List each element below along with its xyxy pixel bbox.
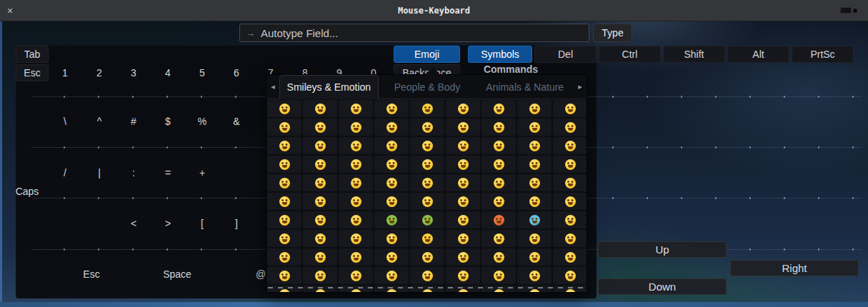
emoji-cell[interactable] — [553, 248, 587, 266]
type-button[interactable]: Type — [593, 24, 632, 42]
key-symbol[interactable]: | — [82, 164, 116, 181]
key-number[interactable]: 3 — [116, 64, 151, 81]
emoji-cell[interactable] — [446, 174, 480, 191]
key-symbol[interactable]: # — [116, 113, 151, 130]
emoji-category-tab[interactable]: Animals & Nature — [476, 75, 574, 99]
emoji-category-tab[interactable]: Smileys & Emotion — [279, 75, 379, 99]
emoji-cell[interactable] — [267, 100, 301, 117]
key-symbol[interactable]: : — [116, 164, 151, 181]
emoji-cell[interactable] — [267, 248, 301, 266]
emoji-cell[interactable] — [410, 156, 444, 173]
emoji-cell[interactable] — [267, 174, 301, 191]
emoji-cell[interactable] — [374, 248, 409, 266]
emoji-cell[interactable] — [446, 193, 480, 210]
emoji-cell[interactable] — [446, 267, 480, 284]
emoji-cell[interactable] — [339, 137, 373, 154]
emoji-cell[interactable] — [410, 267, 444, 284]
emoji-cell[interactable] — [553, 156, 587, 173]
key-space[interactable]: Space — [116, 266, 238, 283]
down-button[interactable]: Down — [598, 278, 727, 295]
emoji-cell[interactable] — [267, 211, 301, 228]
key-caps[interactable]: Caps — [7, 183, 47, 200]
emoji-cell[interactable] — [553, 100, 587, 117]
emoji-cell[interactable] — [517, 211, 552, 228]
emoji-cell[interactable] — [517, 174, 552, 191]
key-tab[interactable]: Tab — [16, 46, 49, 63]
emoji-cell[interactable] — [374, 119, 409, 136]
key-symbol[interactable]: = — [151, 164, 185, 181]
emoji-cell[interactable] — [267, 156, 301, 173]
emoji-cell[interactable] — [446, 137, 480, 154]
key-esc[interactable]: Esc — [16, 64, 49, 81]
emoji-cell[interactable] — [267, 267, 301, 284]
key-command[interactable]: Del — [534, 46, 597, 63]
emoji-cell[interactable] — [303, 100, 337, 117]
right-button[interactable]: Right — [730, 260, 859, 276]
emoji-cell[interactable] — [303, 248, 337, 266]
emoji-cell[interactable] — [303, 174, 337, 191]
key-symbol[interactable]: ^ — [82, 113, 116, 130]
key-number[interactable]: 2 — [82, 64, 116, 81]
key-symbol[interactable]: $ — [151, 113, 185, 130]
emoji-cell[interactable] — [303, 119, 337, 136]
emoji-cell[interactable] — [553, 137, 587, 154]
key-number[interactable]: 6 — [219, 64, 254, 81]
up-button[interactable]: Up — [598, 241, 727, 258]
emoji-cell[interactable] — [517, 230, 552, 247]
emoji-cell[interactable] — [303, 193, 337, 210]
emoji-cell[interactable] — [410, 100, 444, 117]
key-symbol[interactable]: \ — [48, 113, 82, 130]
emoji-cell[interactable] — [267, 119, 301, 136]
emoji-cell[interactable] — [517, 156, 552, 173]
emoji-cell[interactable] — [482, 119, 516, 136]
emoji-cell[interactable] — [482, 156, 516, 173]
emoji-cell[interactable] — [482, 100, 516, 117]
emoji-cell[interactable] — [339, 119, 373, 136]
emoji-cell[interactable] — [339, 193, 373, 210]
emoji-cell[interactable] — [374, 174, 409, 191]
emoji-cell[interactable] — [267, 230, 301, 247]
emoji-cell[interactable] — [482, 248, 516, 266]
emoji-cell[interactable] — [410, 137, 444, 154]
emoji-cell[interactable] — [267, 193, 301, 210]
emoji-cell[interactable] — [339, 174, 373, 191]
key-symbol[interactable]: ] — [219, 215, 254, 232]
emoji-cell[interactable] — [339, 211, 373, 228]
emoji-cell[interactable] — [339, 100, 373, 117]
emoji-cell[interactable] — [410, 211, 444, 228]
emoji-cell[interactable] — [303, 137, 337, 154]
emoji-cell[interactable] — [339, 248, 373, 266]
autotype-input[interactable] — [261, 27, 583, 39]
emoji-cell[interactable] — [553, 267, 587, 284]
emoji-cell[interactable] — [374, 137, 409, 154]
key-symbol[interactable]: % — [185, 113, 219, 130]
emoji-cell[interactable] — [410, 230, 444, 247]
emoji-cell[interactable] — [303, 267, 337, 284]
emoji-cell[interactable] — [517, 248, 552, 266]
emoji-cell[interactable] — [482, 211, 516, 228]
emoji-cell[interactable] — [446, 156, 480, 173]
emoji-cell[interactable] — [339, 267, 373, 284]
emoji-cell[interactable] — [303, 230, 337, 247]
emoji-cell[interactable] — [410, 248, 444, 266]
emoji-cell[interactable] — [374, 193, 409, 210]
emoji-cell[interactable] — [482, 137, 516, 154]
emoji-cell[interactable] — [339, 156, 373, 173]
symbols-mode-button[interactable]: Symbols — [468, 46, 532, 63]
emoji-cell[interactable] — [374, 211, 409, 228]
emoji-cell[interactable] — [410, 193, 444, 210]
key-number[interactable]: 1 — [48, 64, 82, 81]
tabs-scroll-right-icon[interactable]: ▸ — [574, 75, 587, 99]
key-symbol[interactable]: + — [185, 164, 219, 181]
emoji-cell[interactable] — [517, 267, 552, 284]
key-symbol[interactable]: [ — [185, 215, 219, 232]
emoji-cell[interactable] — [303, 156, 337, 173]
emoji-cell[interactable] — [446, 119, 480, 136]
tabs-scroll-left-icon[interactable]: ◂ — [266, 75, 279, 99]
emoji-cell[interactable] — [303, 211, 337, 228]
emoji-cell[interactable] — [482, 193, 516, 210]
emoji-cell[interactable] — [553, 193, 587, 210]
key-symbol[interactable]: & — [219, 113, 254, 130]
emoji-cell[interactable] — [517, 193, 552, 210]
key-command[interactable]: PrtSc — [792, 46, 854, 63]
